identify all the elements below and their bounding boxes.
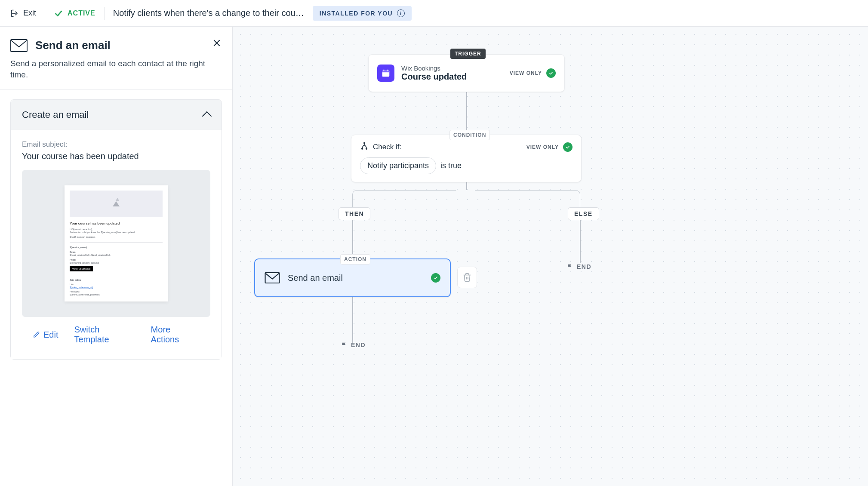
switch-label: Switch Template (74, 325, 135, 345)
preview-link-val: ${video_conference_url} (70, 286, 163, 289)
preview-dates-label: Dates: (70, 251, 163, 254)
more-label: More Actions (151, 325, 199, 345)
connector (352, 297, 353, 344)
installed-badge[interactable]: INSTALLED FOR YOU i (313, 6, 412, 21)
svg-point-10 (366, 148, 367, 150)
svg-rect-1 (11, 40, 27, 52)
status-chip: VIEW ONLY (510, 68, 556, 78)
end-marker: END (341, 341, 366, 348)
svg-rect-5 (382, 71, 390, 73)
divider (45, 7, 45, 20)
accordion-header[interactable]: Create an email (11, 100, 222, 130)
preview-cta: View Full Schedule (70, 266, 93, 271)
flag-icon (341, 341, 348, 348)
subject-label: Email subject: (22, 140, 210, 149)
action-title: Send an email (288, 273, 423, 283)
panel-actions: Edit Switch Template More Actions (22, 317, 210, 349)
close-button[interactable] (212, 38, 221, 50)
preview-join-label: Join online (70, 279, 163, 282)
view-only-label: VIEW ONLY (526, 144, 559, 150)
condition-operator: is true (440, 161, 462, 170)
condition-variable: Notify participants (360, 157, 436, 174)
mail-icon (265, 272, 280, 283)
trigger-app: Wix Bookings (401, 65, 467, 72)
svg-point-8 (364, 142, 365, 144)
separator (143, 330, 143, 339)
mail-icon (10, 39, 28, 52)
action-badge: ACTION (340, 254, 370, 265)
exit-button[interactable]: Exit (10, 9, 36, 18)
split-icon (360, 142, 369, 152)
trigger-badge: TRIGGER (450, 49, 486, 59)
check-circle-icon (431, 273, 440, 283)
trigger-node[interactable]: TRIGGER Wix Bookings Course updated VIEW… (368, 54, 565, 92)
trigger-event: Course updated (401, 72, 467, 82)
close-icon (212, 39, 221, 47)
preview-price-val: ${remaining_amount_due}.due (70, 261, 163, 265)
connector (466, 92, 467, 135)
wix-bookings-icon (377, 65, 394, 82)
preview-staff-msg: ${staff_member_message} (70, 236, 163, 239)
create-email-accordion: Create an email Email subject: Your cour… (10, 99, 222, 360)
preview-image-placeholder (70, 191, 163, 217)
flow-canvas[interactable]: TRIGGER Wix Bookings Course updated VIEW… (233, 27, 868, 486)
preview-heading: Your course has been updated (70, 221, 163, 225)
check-circle-icon (563, 142, 573, 152)
divider (104, 7, 105, 20)
installed-label: INSTALLED FOR YOU (320, 10, 393, 17)
exit-icon (10, 9, 19, 18)
more-actions-button[interactable]: More Actions (151, 325, 199, 345)
delete-button[interactable] (457, 267, 477, 288)
switch-template-button[interactable]: Switch Template (74, 325, 135, 345)
preview-pw-label: Password: (70, 290, 163, 293)
panel-title: Send an email (35, 39, 111, 52)
condition-badge: CONDITION (449, 130, 490, 140)
end-label: END (351, 341, 366, 348)
action-node[interactable]: ACTION Send an email (254, 258, 451, 297)
info-icon: i (397, 9, 405, 17)
email-preview[interactable]: Your course has been updated Hi ${contac… (65, 185, 168, 301)
separator (66, 330, 66, 339)
status-chip: VIEW ONLY (526, 142, 573, 152)
condition-node[interactable]: CONDITION Check if: VIEW ONLY Notify par… (351, 135, 582, 182)
panel-subtitle: Send a personalized email to each contac… (10, 58, 222, 80)
preview-body: Just wanted to let you know that ${servi… (70, 231, 163, 234)
trash-icon (462, 273, 472, 282)
preview-price-label: Price: (70, 258, 163, 261)
preview-dates-val: ${start_datetimeFull} - ${end_datetimeFu… (70, 254, 163, 257)
preview-link-label: Link: (70, 283, 163, 286)
top-bar: Exit ACTIVE Notify clients when there's … (0, 0, 868, 27)
subject-value: Your course has been updated (22, 151, 210, 161)
svg-point-9 (362, 148, 363, 150)
edit-button[interactable]: Edit (33, 330, 58, 340)
view-only-label: VIEW ONLY (510, 70, 542, 76)
side-panel: Send an email Send a personalized email … (0, 27, 233, 486)
preview-greeting: Hi ${contact.name.first}, (70, 228, 163, 231)
else-label: ELSE (568, 207, 599, 220)
check-if-label: Check if: (373, 143, 401, 151)
connector-branch (475, 190, 580, 212)
accordion-title: Create an email (22, 109, 89, 120)
pencil-icon (33, 331, 40, 338)
check-icon (54, 9, 63, 18)
flag-icon (566, 263, 573, 270)
preview-service: ${service_name} (70, 246, 163, 249)
exit-label: Exit (23, 9, 36, 18)
preview-pw-val: ${online_conference_password} (70, 293, 163, 296)
svg-rect-11 (265, 273, 280, 283)
image-icon (113, 201, 120, 206)
status-label: ACTIVE (68, 9, 95, 17)
end-label: END (577, 263, 591, 270)
check-circle-icon (546, 68, 556, 78)
edit-label: Edit (43, 330, 58, 340)
accordion-body: Email subject: Your course has been upda… (11, 130, 222, 359)
then-label: THEN (339, 207, 370, 220)
panel-header: Send an email Send a personalized email … (0, 27, 232, 90)
end-marker: END (566, 263, 591, 270)
automation-title: Notify clients when there's a change to … (113, 8, 304, 18)
email-preview-container: Your course has been updated Hi ${contac… (22, 170, 210, 317)
status-active: ACTIVE (54, 9, 95, 18)
chevron-up-icon (202, 111, 212, 121)
